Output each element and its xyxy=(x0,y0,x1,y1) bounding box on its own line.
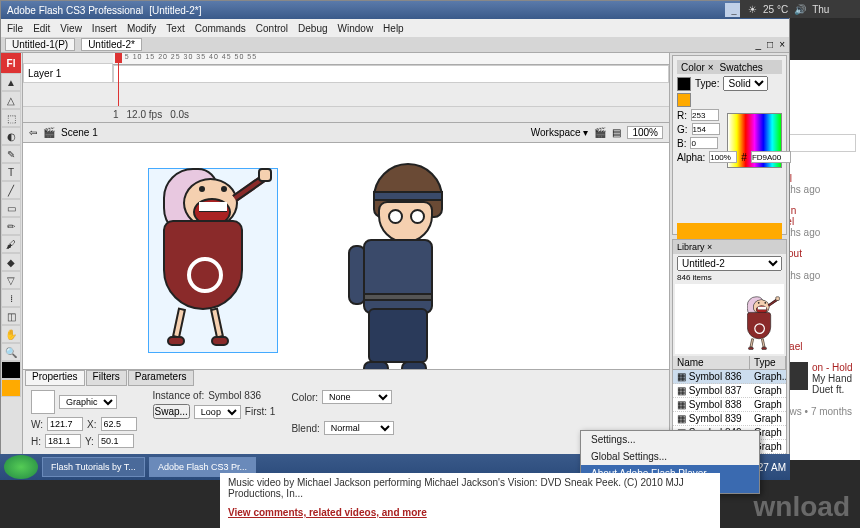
lasso-tool[interactable]: ◐ xyxy=(1,127,21,145)
character-1-symbol[interactable] xyxy=(153,168,273,353)
day: Thu xyxy=(812,4,829,15)
doc-tab-1[interactable]: Untitled-1(P) xyxy=(5,38,75,51)
tab-filters[interactable]: Filters xyxy=(86,370,127,386)
text-tool[interactable]: T xyxy=(1,163,21,181)
stroke-color-icon[interactable] xyxy=(677,77,691,91)
library-item[interactable]: ▦ Symbol 838Graph xyxy=(673,398,786,412)
stage[interactable] xyxy=(23,143,669,369)
timeline-panel: 1 5 10 15 20 25 30 35 40 45 50 55 Layer … xyxy=(23,53,669,123)
layer-name: Layer 1 xyxy=(28,68,61,79)
menu-view[interactable]: View xyxy=(60,23,82,34)
doc-tab-2[interactable]: Untitled-2* xyxy=(81,38,142,51)
rectangle-tool[interactable]: ▭ xyxy=(1,199,21,217)
loop-select[interactable]: Loop xyxy=(194,405,241,419)
video-description: Music video by Michael Jackson performin… xyxy=(228,477,712,499)
doc-minimize-icon[interactable]: _ xyxy=(756,39,762,50)
menu-debug[interactable]: Debug xyxy=(298,23,327,34)
width-input[interactable] xyxy=(47,417,83,431)
flash-logo-icon: Fl xyxy=(1,53,21,73)
ink-bottle-tool[interactable]: ◆ xyxy=(1,253,21,271)
library-item[interactable]: ▦ Symbol 839Graph xyxy=(673,412,786,426)
blend-select[interactable]: Normal xyxy=(324,421,394,435)
menu-edit[interactable]: Edit xyxy=(33,23,50,34)
tab-properties[interactable]: Properties xyxy=(25,370,85,386)
b-input[interactable] xyxy=(690,137,718,149)
alpha-input[interactable] xyxy=(709,151,737,163)
r-input[interactable] xyxy=(691,109,719,121)
menu-modify[interactable]: Modify xyxy=(127,23,156,34)
brush-tool[interactable]: 🖌 xyxy=(1,235,21,253)
hex-input[interactable] xyxy=(751,151,791,163)
color-effect-select[interactable]: None xyxy=(322,390,392,404)
line-tool[interactable]: ╱ xyxy=(1,181,21,199)
menu-text[interactable]: Text xyxy=(166,23,184,34)
free-transform-tool[interactable]: ⬚ xyxy=(1,109,21,127)
cm-global-settings[interactable]: Global Settings... xyxy=(581,448,759,465)
paint-bucket-tool[interactable]: ▽ xyxy=(1,271,21,289)
view-comments-link[interactable]: View comments, related videos, and more xyxy=(228,507,712,518)
menu-commands[interactable]: Commands xyxy=(195,23,246,34)
hand-tool[interactable]: ✋ xyxy=(1,325,21,343)
back-icon[interactable]: ⇦ xyxy=(29,127,37,138)
fill-color-icon[interactable] xyxy=(677,93,691,107)
weather-icon[interactable]: ☀ xyxy=(748,4,757,15)
edit-scene-icon[interactable]: 🎬 xyxy=(594,127,606,138)
library-item[interactable]: ▦ Symbol 836Graph... xyxy=(673,370,786,384)
g-input[interactable] xyxy=(692,123,720,135)
zoom-level[interactable]: 100% xyxy=(627,126,663,139)
properties-panel: Properties Filters Parameters Graphic W:… xyxy=(23,369,669,459)
swap-button[interactable]: Swap... xyxy=(153,404,190,419)
eyedropper-tool[interactable]: ⁞ xyxy=(1,289,21,307)
instance-of-label: Instance of: xyxy=(153,390,205,401)
color-panel-tab[interactable]: Color × xyxy=(681,62,714,73)
swatches-tab[interactable]: Swatches xyxy=(720,62,763,73)
taskbar-item[interactable]: Flash Tutorials by T... xyxy=(42,457,145,477)
playhead[interactable] xyxy=(118,53,119,113)
timeline-ruler[interactable]: 1 5 10 15 20 25 30 35 40 45 50 55 xyxy=(113,53,669,65)
fill-color-swatch[interactable] xyxy=(1,379,21,397)
background-webpage: Music video by Michael Jackson performin… xyxy=(220,473,720,528)
library-doc-select[interactable]: Untitled-2 xyxy=(677,256,782,271)
fps-display: 12.0 fps xyxy=(127,109,163,120)
library-panel: Library × Untitled-2 846 items NameType … xyxy=(672,239,787,457)
doc-restore-icon[interactable]: □ xyxy=(767,39,773,50)
start-button[interactable] xyxy=(4,455,38,479)
layer-row[interactable]: Layer 1 xyxy=(23,63,113,83)
tab-parameters[interactable]: Parameters xyxy=(128,370,194,386)
window-titlebar[interactable]: Adobe Flash CS3 Professional [Untitled-2… xyxy=(1,1,789,19)
pencil-tool[interactable]: ✏ xyxy=(1,217,21,235)
menu-window[interactable]: Window xyxy=(338,23,374,34)
selection-tool[interactable]: ▲ xyxy=(1,73,21,91)
stroke-color-swatch[interactable] xyxy=(1,361,21,379)
tools-panel: Fl ▲ △ ⬚ ◐ ✎ T ╱ ▭ ✏ 🖌 ◆ ▽ ⁞ ◫ ✋ 🔍 xyxy=(1,53,23,459)
flash-app-window: Adobe Flash CS3 Professional [Untitled-2… xyxy=(0,0,790,460)
cm-settings[interactable]: Settings... xyxy=(581,431,759,448)
col-type[interactable]: Type xyxy=(750,356,786,369)
current-frame: 1 xyxy=(113,109,119,120)
subselection-tool[interactable]: △ xyxy=(1,91,21,109)
fill-type-select[interactable]: Solid xyxy=(723,76,768,91)
menu-control[interactable]: Control xyxy=(256,23,288,34)
scene-icon: 🎬 xyxy=(43,127,55,138)
edit-symbol-icon[interactable]: ▤ xyxy=(612,127,621,138)
eraser-tool[interactable]: ◫ xyxy=(1,307,21,325)
timeline-status: 1 12.0 fps 0.0s xyxy=(23,106,669,122)
workspace-dropdown[interactable]: Workspace ▾ xyxy=(531,127,589,138)
doc-close-icon[interactable]: × xyxy=(779,39,785,50)
menu-file[interactable]: File xyxy=(7,23,23,34)
col-name[interactable]: Name xyxy=(673,356,750,369)
height-input[interactable] xyxy=(45,434,81,448)
y-input[interactable] xyxy=(98,434,134,448)
scene-name[interactable]: Scene 1 xyxy=(61,127,98,138)
menu-insert[interactable]: Insert xyxy=(92,23,117,34)
library-tab[interactable]: Library × xyxy=(673,240,786,254)
character-2-symbol[interactable] xyxy=(343,163,473,369)
pen-tool[interactable]: ✎ xyxy=(1,145,21,163)
frames-area[interactable] xyxy=(113,65,669,83)
volume-icon[interactable]: 🔊 xyxy=(794,4,806,15)
menu-help[interactable]: Help xyxy=(383,23,404,34)
library-item[interactable]: ▦ Symbol 837Graph xyxy=(673,384,786,398)
instance-behavior-select[interactable]: Graphic xyxy=(59,395,117,409)
x-input[interactable] xyxy=(101,417,137,431)
zoom-tool[interactable]: 🔍 xyxy=(1,343,21,361)
